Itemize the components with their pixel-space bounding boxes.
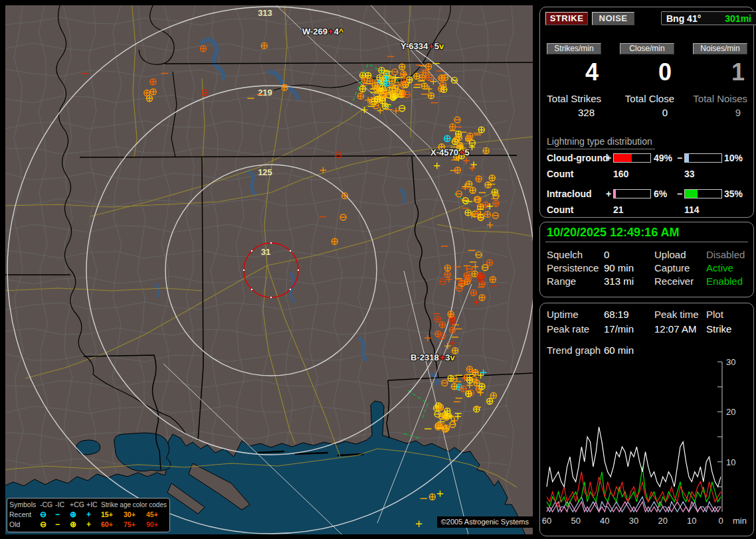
bearing-range-display: Bng 41° 301mi: [661, 11, 756, 25]
svg-text:10: 10: [687, 516, 696, 526]
legend-neg-cg-header: -CG: [40, 500, 55, 510]
legend-neg-ic-header: -IC: [55, 500, 70, 510]
range-ring-label: 313: [258, 8, 272, 18]
cg-plus-count: 160: [613, 169, 628, 179]
strike-mode-button[interactable]: STRIKE: [545, 12, 588, 25]
age-45-label: 45+: [146, 510, 169, 520]
intracloud-row: Intracloud + 6% − 35%: [540, 189, 753, 199]
stats-row: Uptime 68:19 Peak time Plot: [540, 309, 753, 322]
trend-series-cg-minus: [547, 497, 721, 512]
noises-column: Noises/min 1 Total Noises 9: [693, 43, 747, 118]
minus-sign: −: [677, 153, 682, 163]
svg-text:20: 20: [726, 407, 735, 417]
svg-text:10: 10: [726, 457, 735, 467]
minus-sign: −: [677, 189, 682, 199]
legend-age-header: Strike age color codes: [101, 500, 169, 510]
intracloud-label: Intracloud: [547, 189, 592, 199]
age-15-label: 15+: [101, 510, 124, 520]
total-noises-label: Total Noises: [693, 88, 747, 104]
age-75-label: 75+: [124, 520, 146, 530]
legend-pos-cg-header: +CG: [70, 500, 86, 510]
noise-mode-button[interactable]: NOISE: [592, 12, 634, 25]
strikes-column: Strikes/min 4 Total Strikes 328: [547, 43, 601, 118]
age-30-label: 30+: [124, 510, 146, 520]
ic-minus-bar: [684, 189, 722, 198]
plus-sign: +: [606, 153, 611, 163]
status-row: Squelch 0 Upload Disabled: [540, 249, 753, 262]
close-column: Close/min 0 Total Close 0: [620, 43, 674, 118]
trend-graph: 1020306050403020100min: [541, 359, 751, 532]
legend-recent-label: Recent: [9, 510, 40, 520]
squelch-label: Squelch: [547, 249, 583, 260]
legend-pos-ic-header: +IC: [86, 500, 101, 510]
range-to-storm-value: 301mi: [725, 13, 751, 24]
close-per-min-value: 0: [620, 54, 674, 88]
svg-text:60: 60: [542, 516, 551, 526]
legend-symbols-header: Symbols: [9, 500, 40, 510]
neg-ic-old-icon: −: [55, 520, 70, 530]
neg-cg-old-icon: ⊖: [40, 520, 55, 530]
ic-minus-count: 114: [684, 204, 700, 215]
status-row: Range 313 mi Receiver Enabled: [540, 275, 753, 289]
peak-time-label: Peak time: [654, 309, 699, 320]
svg-text:20: 20: [658, 516, 667, 526]
strikes-per-min-chip[interactable]: Strikes/min: [547, 43, 601, 54]
svg-text:0: 0: [718, 516, 723, 526]
trend-panel: Uptime 68:19 Peak time Plot Peak rate 17…: [539, 303, 754, 536]
range-ring-label: 219: [258, 88, 272, 98]
uptime-value: 68:19: [604, 309, 629, 320]
stats-row: Peak rate 17/min 12:07 AM Strike: [540, 323, 753, 337]
cg-minus-bar: [684, 153, 722, 163]
noises-per-min-chip[interactable]: Noises/min: [693, 43, 747, 54]
total-strikes-label: Total Strikes: [547, 88, 601, 104]
pos-cg-old-icon: ⊕: [70, 520, 86, 530]
distribution-heading: Lightning type distribution: [547, 136, 655, 149]
svg-text:50: 50: [571, 516, 580, 526]
neg-cg-recent-icon: ⊖: [40, 510, 55, 520]
plus-sign: +: [606, 189, 611, 199]
ic-plus-percent: 6%: [654, 189, 667, 199]
trend-series-ic-plus: [547, 502, 721, 512]
age-60-label: 60+: [101, 520, 124, 530]
lake-maurepas: [76, 440, 100, 455]
upload-status: Disabled: [706, 249, 745, 260]
cg-minus-count: 33: [684, 169, 695, 179]
map-legend: Symbols -CG -IC +CG +IC Strike age color…: [7, 498, 170, 532]
ic-minus-percent: 35%: [724, 189, 743, 199]
trend-series-total: [547, 427, 721, 487]
pos-ic-old-icon: +: [86, 520, 101, 530]
peak-rate-label: Peak rate: [547, 323, 589, 335]
status-row: Persistence 90 min Capture Active: [540, 262, 753, 275]
app-window: 31321912531 W-269+4^Y-6334+5vX-4570+5B-2…: [0, 0, 756, 539]
cg-plus-percent: 49%: [654, 153, 672, 163]
trend-graph-window: 60 min: [604, 345, 634, 356]
count-label: Count: [547, 204, 573, 215]
pos-cg-recent-icon: ⊕: [70, 510, 86, 520]
datetime-display: 10/20/2025 12:49:16 AM: [547, 226, 679, 240]
trend-graph-label: Trend graph: [547, 345, 601, 356]
range-value: 313 mi: [604, 275, 634, 287]
noises-per-min-value: 1: [693, 54, 747, 88]
persistence-value: 90 min: [604, 262, 634, 273]
intracloud-count-row: Count 21 114: [540, 204, 753, 215]
total-close-label: Total Close: [620, 88, 674, 104]
squelch-value: 0: [604, 249, 609, 260]
total-strikes-value: 328: [547, 104, 601, 118]
age-90-label: 90+: [146, 520, 169, 530]
ic-plus-bar: [613, 189, 651, 198]
range-label: Range: [547, 275, 576, 287]
legend-old-label: Old: [9, 520, 40, 530]
persistence-label: Persistence: [547, 262, 599, 273]
range-ring-label: 125: [258, 167, 272, 177]
upload-label: Upload: [654, 249, 686, 260]
divider: [545, 242, 748, 242]
total-noises-value: 9: [693, 104, 747, 118]
strike-rate-panel: STRIKE NOISE Bng 41° 301mi Strikes/min 4…: [539, 7, 754, 218]
svg-text:40: 40: [600, 516, 609, 526]
lightning-map[interactable]: 31321912531 W-269+4^Y-6334+5vX-4570+5B-2…: [5, 5, 533, 534]
close-per-min-chip[interactable]: Close/min: [620, 43, 674, 54]
pos-ic-recent-icon: +: [86, 510, 101, 520]
cg-minus-percent: 10%: [724, 153, 743, 163]
range-ring-label: 31: [261, 247, 270, 257]
status-panel: 10/20/2025 12:49:16 AM Squelch 0 Upload …: [539, 222, 754, 297]
